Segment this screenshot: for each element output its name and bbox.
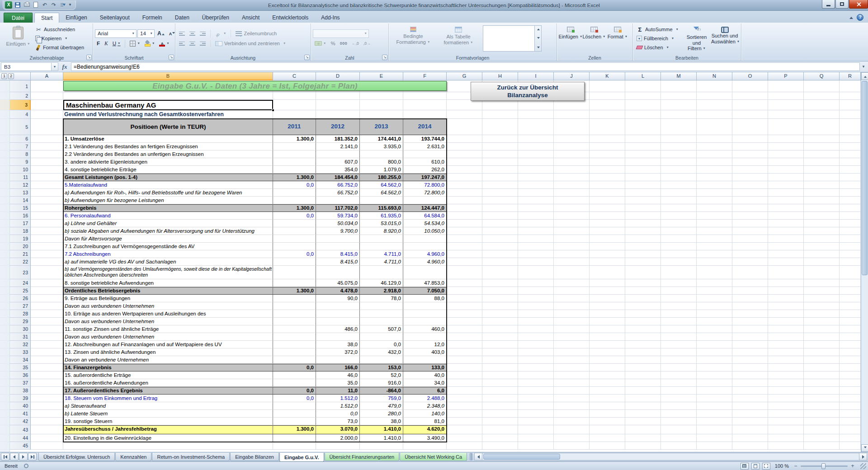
cell-C15[interactable]: 1.300,0 xyxy=(273,204,316,212)
row-header-42[interactable]: 42 xyxy=(0,418,31,425)
row-header-31[interactable]: 31 xyxy=(0,333,31,341)
page-break-view-button[interactable] xyxy=(762,463,770,470)
row-header-11[interactable]: 11 xyxy=(0,174,31,181)
cell-E26[interactable]: 78,0 xyxy=(360,295,403,302)
cell-D26[interactable]: 90,0 xyxy=(316,295,360,302)
cell-D19[interactable] xyxy=(316,235,360,243)
sheet-tab-return-on-investment-schema[interactable]: Return-on Investment-Schema xyxy=(152,453,230,461)
align-top-button[interactable] xyxy=(177,29,187,38)
column-header-A[interactable]: A xyxy=(31,72,63,80)
ribbon-tab-datei[interactable]: Datei xyxy=(4,13,33,23)
increase-font-button[interactable] xyxy=(156,29,166,38)
row-header-18[interactable]: 18 xyxy=(0,227,31,235)
next-sheet-button[interactable] xyxy=(19,453,28,461)
cell-D39[interactable]: 1.512,0 xyxy=(316,395,360,402)
row-header-10[interactable]: 10 xyxy=(0,166,31,174)
cell-E10[interactable]: 1.079,0 xyxy=(360,166,403,174)
wrap-text-button[interactable]: Zeilenumbruch xyxy=(234,29,278,38)
cell-E24[interactable]: 46.129,0 xyxy=(360,279,403,287)
cell-D22[interactable]: 8.415,0 xyxy=(316,258,360,266)
row-header-27[interactable]: 27 xyxy=(0,302,31,310)
cell-F41[interactable]: 140,0 xyxy=(403,410,447,418)
row-header-34[interactable]: 34 xyxy=(0,356,31,364)
close-button[interactable] xyxy=(849,0,868,9)
cell-E33[interactable]: 432,0 xyxy=(360,348,403,356)
cell-E27[interactable] xyxy=(360,302,403,310)
cell-D7[interactable]: 2.141,0 xyxy=(316,143,360,150)
horizontal-scrollbar[interactable] xyxy=(474,453,867,461)
cell-F21[interactable]: 4.960,0 xyxy=(403,250,447,258)
macro-record-icon[interactable] xyxy=(24,464,28,468)
cell-C39[interactable]: 0,0 xyxy=(273,395,316,402)
save-button[interactable] xyxy=(14,1,21,9)
cell-D16[interactable]: 59.734,0 xyxy=(316,212,360,220)
cell-F33[interactable]: 403,0 xyxy=(403,348,447,356)
horizontal-scroll-thumb[interactable] xyxy=(483,454,560,460)
row-header-41[interactable]: 41 xyxy=(0,410,31,418)
cell-E36[interactable]: 52,0 xyxy=(360,371,403,379)
expand-formula-bar-icon[interactable]: ▼ xyxy=(860,65,867,69)
row-header-32[interactable]: 32 xyxy=(0,341,31,348)
zoom-slider-thumb[interactable] xyxy=(821,463,826,469)
cell-E21[interactable]: 4.711,0 xyxy=(360,250,403,258)
borders-button[interactable] xyxy=(128,39,142,48)
cell-F26[interactable]: 88,0 xyxy=(403,295,447,302)
number-format-select[interactable] xyxy=(313,29,369,38)
cell-F25[interactable]: 7.050,0 xyxy=(403,287,447,295)
cell-C12[interactable]: 0,0 xyxy=(273,181,316,189)
row-header-39[interactable]: 39 xyxy=(0,395,31,402)
cell-E40[interactable]: 479,0 xyxy=(360,402,403,410)
row-header-1[interactable]: 1 xyxy=(0,80,31,92)
ribbon-tab-einfügen[interactable]: Einfügen xyxy=(59,13,93,23)
cell-F32[interactable]: 12,0 xyxy=(403,341,447,348)
cell-C35[interactable]: 0,0 xyxy=(273,364,316,371)
column-header-J[interactable]: J xyxy=(554,72,590,80)
cell-E5[interactable]: 2013 xyxy=(360,119,403,135)
cell-B20[interactable]: 7.1 Zuschreibungen auf Vermögensgegenstä… xyxy=(63,243,273,250)
cell-B39[interactable]: 18. Steuern vom Einkommen und Ertrag xyxy=(63,395,273,402)
row-header-26[interactable]: 26 xyxy=(0,295,31,302)
cut-button[interactable]: ✂Ausschneiden xyxy=(33,25,86,33)
cell-B36[interactable]: 15. außerordentliche Erträge xyxy=(63,371,273,379)
row-header-2[interactable]: 2 xyxy=(0,92,31,100)
cell-E17[interactable]: 53.015,0 xyxy=(360,220,403,227)
cell-D6[interactable]: 181.352,0 xyxy=(316,135,360,143)
row-header-7[interactable]: 7 xyxy=(0,143,31,150)
cell-C40[interactable] xyxy=(273,402,316,410)
ribbon-tab-start[interactable]: Start xyxy=(34,13,59,23)
cell-E8[interactable] xyxy=(360,150,403,158)
cell-C21[interactable]: 0,0 xyxy=(273,250,316,258)
gallery-scroll[interactable] xyxy=(534,26,541,51)
cell-F40[interactable]: 2.348,0 xyxy=(403,402,447,410)
cell-D24[interactable]: 45.075,0 xyxy=(316,279,360,287)
cell-D13[interactable]: 66.752,0 xyxy=(316,189,360,197)
cell-D40[interactable]: 1.512,0 xyxy=(316,402,360,410)
increase-decimal-button[interactable]: ←,0 xyxy=(350,39,361,48)
cell-B29[interactable]: Davon aus verbundenen Unternehmen xyxy=(63,318,273,325)
cell-F39[interactable]: 2.488,0 xyxy=(403,395,447,402)
cell-F5[interactable]: 2014 xyxy=(403,119,447,135)
cell-C8[interactable] xyxy=(273,150,316,158)
row-header-23[interactable]: 23 xyxy=(0,266,31,279)
cell-D27[interactable] xyxy=(316,302,360,310)
cell-C17[interactable] xyxy=(273,220,316,227)
cell-B30[interactable]: 11. sonstige Zinsen und ähnliche Erträge xyxy=(63,325,273,333)
cell-F20[interactable] xyxy=(403,243,447,250)
column-header-F[interactable]: F xyxy=(403,72,447,80)
cell-D17[interactable]: 50.034,0 xyxy=(316,220,360,227)
cell-F10[interactable]: 262,0 xyxy=(403,166,447,174)
cell-E7[interactable]: 3.935,0 xyxy=(360,143,403,150)
cell-C29[interactable] xyxy=(273,318,316,325)
row-header-44[interactable]: 44 xyxy=(0,434,31,442)
cell-F16[interactable]: 64.584,0 xyxy=(403,212,447,220)
cell-D36[interactable]: 46,0 xyxy=(316,371,360,379)
cell-B22[interactable]: a) auf immaterielle VG des AV und Sachan… xyxy=(63,258,273,266)
cell-B24[interactable]: 8. sonstige betriebliche Aufwendungen xyxy=(63,279,273,287)
align-left-button[interactable] xyxy=(177,39,187,48)
cell-E30[interactable]: 507,0 xyxy=(360,325,403,333)
cell-C37[interactable] xyxy=(273,379,316,387)
row-header-9[interactable]: 9 xyxy=(0,158,31,166)
cell-C6[interactable]: 1.300,0 xyxy=(273,135,316,143)
sort-filter-button[interactable]: Sortieren und Filtern xyxy=(683,24,711,52)
cell-B6[interactable]: 1. Umsatzerlöse xyxy=(63,135,273,143)
